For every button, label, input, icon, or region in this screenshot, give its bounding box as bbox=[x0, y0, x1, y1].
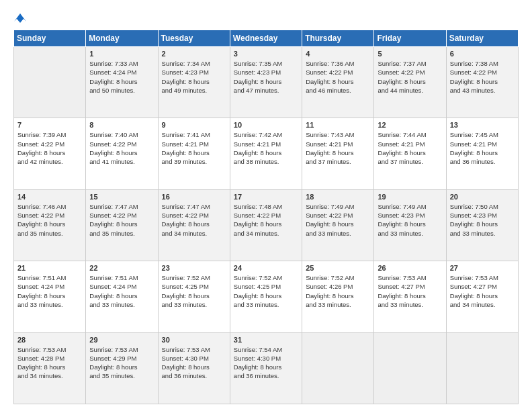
calendar-day-cell: 2Sunrise: 7:34 AM Sunset: 4:23 PM Daylig… bbox=[158, 47, 230, 118]
calendar-day-cell: 4Sunrise: 7:36 AM Sunset: 4:22 PM Daylig… bbox=[302, 47, 374, 118]
calendar-day-header: Tuesday bbox=[158, 30, 230, 47]
page: SundayMondayTuesdayWednesdayThursdayFrid… bbox=[0, 0, 532, 411]
day-info: Sunrise: 7:53 AM Sunset: 4:29 PM Dayligh… bbox=[89, 345, 154, 381]
logo bbox=[13, 12, 26, 24]
header bbox=[13, 12, 519, 24]
day-number: 9 bbox=[162, 121, 226, 129]
day-number: 13 bbox=[450, 121, 515, 129]
day-info: Sunrise: 7:38 AM Sunset: 4:22 PM Dayligh… bbox=[450, 59, 515, 95]
day-number: 12 bbox=[378, 121, 442, 129]
day-info: Sunrise: 7:51 AM Sunset: 4:24 PM Dayligh… bbox=[89, 273, 154, 309]
day-number: 20 bbox=[450, 193, 515, 201]
day-info: Sunrise: 7:34 AM Sunset: 4:23 PM Dayligh… bbox=[162, 59, 226, 95]
day-info: Sunrise: 7:41 AM Sunset: 4:21 PM Dayligh… bbox=[162, 130, 226, 166]
calendar-day-cell: 18Sunrise: 7:49 AM Sunset: 4:22 PM Dayli… bbox=[302, 189, 374, 261]
day-number: 30 bbox=[162, 336, 226, 344]
day-info: Sunrise: 7:52 AM Sunset: 4:25 PM Dayligh… bbox=[234, 273, 298, 309]
calendar-day-cell: 5Sunrise: 7:37 AM Sunset: 4:22 PM Daylig… bbox=[374, 47, 446, 118]
day-info: Sunrise: 7:49 AM Sunset: 4:22 PM Dayligh… bbox=[306, 202, 370, 238]
calendar-day-cell: 20Sunrise: 7:50 AM Sunset: 4:23 PM Dayli… bbox=[446, 189, 518, 261]
day-info: Sunrise: 7:50 AM Sunset: 4:23 PM Dayligh… bbox=[450, 202, 515, 238]
day-info: Sunrise: 7:37 AM Sunset: 4:22 PM Dayligh… bbox=[378, 59, 442, 95]
day-number: 10 bbox=[234, 121, 298, 129]
calendar-day-header: Wednesday bbox=[230, 30, 302, 47]
day-number: 27 bbox=[450, 264, 515, 272]
calendar-day-cell bbox=[302, 332, 374, 404]
day-number: 14 bbox=[17, 193, 82, 201]
day-info: Sunrise: 7:52 AM Sunset: 4:26 PM Dayligh… bbox=[306, 273, 370, 309]
day-number: 23 bbox=[162, 264, 226, 272]
calendar-day-header: Thursday bbox=[302, 30, 374, 47]
calendar-day-cell: 30Sunrise: 7:53 AM Sunset: 4:30 PM Dayli… bbox=[158, 332, 230, 404]
day-number: 19 bbox=[378, 193, 442, 201]
day-number: 16 bbox=[162, 193, 226, 201]
day-info: Sunrise: 7:53 AM Sunset: 4:30 PM Dayligh… bbox=[162, 345, 226, 381]
calendar-day-header: Friday bbox=[374, 30, 446, 47]
calendar-day-cell: 7Sunrise: 7:39 AM Sunset: 4:22 PM Daylig… bbox=[14, 118, 86, 189]
calendar-day-cell: 26Sunrise: 7:53 AM Sunset: 4:27 PM Dayli… bbox=[374, 261, 446, 332]
calendar-week-row: 21Sunrise: 7:51 AM Sunset: 4:24 PM Dayli… bbox=[14, 261, 519, 332]
day-info: Sunrise: 7:46 AM Sunset: 4:22 PM Dayligh… bbox=[17, 202, 82, 238]
day-number: 31 bbox=[234, 336, 298, 344]
calendar-day-cell: 3Sunrise: 7:35 AM Sunset: 4:23 PM Daylig… bbox=[230, 47, 302, 118]
calendar-day-cell: 1Sunrise: 7:33 AM Sunset: 4:24 PM Daylig… bbox=[86, 47, 158, 118]
calendar-day-cell bbox=[446, 332, 518, 404]
day-number: 5 bbox=[378, 50, 442, 58]
calendar-day-cell: 25Sunrise: 7:52 AM Sunset: 4:26 PM Dayli… bbox=[302, 261, 374, 332]
day-number: 25 bbox=[306, 264, 370, 272]
calendar-day-cell bbox=[14, 47, 86, 118]
day-info: Sunrise: 7:48 AM Sunset: 4:22 PM Dayligh… bbox=[234, 202, 298, 238]
calendar-day-cell: 15Sunrise: 7:47 AM Sunset: 4:22 PM Dayli… bbox=[86, 189, 158, 261]
calendar-day-cell: 8Sunrise: 7:40 AM Sunset: 4:22 PM Daylig… bbox=[86, 118, 158, 189]
calendar-day-cell: 27Sunrise: 7:53 AM Sunset: 4:27 PM Dayli… bbox=[446, 261, 518, 332]
day-number: 21 bbox=[17, 264, 82, 272]
calendar-day-cell: 13Sunrise: 7:45 AM Sunset: 4:21 PM Dayli… bbox=[446, 118, 518, 189]
calendar-table: SundayMondayTuesdayWednesdayThursdayFrid… bbox=[13, 30, 519, 404]
day-number: 29 bbox=[89, 336, 154, 344]
day-number: 7 bbox=[17, 121, 82, 129]
day-number: 28 bbox=[17, 336, 82, 344]
day-info: Sunrise: 7:51 AM Sunset: 4:24 PM Dayligh… bbox=[17, 273, 82, 309]
day-info: Sunrise: 7:43 AM Sunset: 4:21 PM Dayligh… bbox=[306, 130, 370, 166]
calendar-day-cell: 21Sunrise: 7:51 AM Sunset: 4:24 PM Dayli… bbox=[14, 261, 86, 332]
day-number: 4 bbox=[306, 50, 370, 58]
day-info: Sunrise: 7:53 AM Sunset: 4:27 PM Dayligh… bbox=[450, 273, 515, 309]
calendar-day-cell: 10Sunrise: 7:42 AM Sunset: 4:21 PM Dayli… bbox=[230, 118, 302, 189]
day-info: Sunrise: 7:47 AM Sunset: 4:22 PM Dayligh… bbox=[89, 202, 154, 238]
calendar-day-cell: 12Sunrise: 7:44 AM Sunset: 4:21 PM Dayli… bbox=[374, 118, 446, 189]
day-number: 17 bbox=[234, 193, 298, 201]
day-number: 3 bbox=[234, 50, 298, 58]
calendar-week-row: 14Sunrise: 7:46 AM Sunset: 4:22 PM Dayli… bbox=[14, 189, 519, 261]
day-info: Sunrise: 7:40 AM Sunset: 4:22 PM Dayligh… bbox=[89, 130, 154, 166]
calendar-day-cell: 16Sunrise: 7:47 AM Sunset: 4:22 PM Dayli… bbox=[158, 189, 230, 261]
calendar-day-cell bbox=[374, 332, 446, 404]
calendar-day-cell: 22Sunrise: 7:51 AM Sunset: 4:24 PM Dayli… bbox=[86, 261, 158, 332]
logo-bird-icon bbox=[14, 12, 26, 24]
day-number: 18 bbox=[306, 193, 370, 201]
day-number: 15 bbox=[89, 193, 154, 201]
calendar-day-cell: 6Sunrise: 7:38 AM Sunset: 4:22 PM Daylig… bbox=[446, 47, 518, 118]
calendar-header-row: SundayMondayTuesdayWednesdayThursdayFrid… bbox=[14, 30, 519, 47]
day-number: 1 bbox=[89, 50, 154, 58]
calendar-week-row: 1Sunrise: 7:33 AM Sunset: 4:24 PM Daylig… bbox=[14, 47, 519, 118]
day-info: Sunrise: 7:42 AM Sunset: 4:21 PM Dayligh… bbox=[234, 130, 298, 166]
calendar-day-cell: 31Sunrise: 7:54 AM Sunset: 4:30 PM Dayli… bbox=[230, 332, 302, 404]
calendar-day-cell: 24Sunrise: 7:52 AM Sunset: 4:25 PM Dayli… bbox=[230, 261, 302, 332]
day-number: 2 bbox=[162, 50, 226, 58]
calendar-week-row: 28Sunrise: 7:53 AM Sunset: 4:28 PM Dayli… bbox=[14, 332, 519, 404]
calendar-week-row: 7Sunrise: 7:39 AM Sunset: 4:22 PM Daylig… bbox=[14, 118, 519, 189]
day-info: Sunrise: 7:45 AM Sunset: 4:21 PM Dayligh… bbox=[450, 130, 515, 166]
calendar-day-cell: 23Sunrise: 7:52 AM Sunset: 4:25 PM Dayli… bbox=[158, 261, 230, 332]
day-info: Sunrise: 7:53 AM Sunset: 4:27 PM Dayligh… bbox=[378, 273, 442, 309]
day-info: Sunrise: 7:52 AM Sunset: 4:25 PM Dayligh… bbox=[162, 273, 226, 309]
svg-marker-0 bbox=[14, 13, 26, 23]
day-number: 8 bbox=[89, 121, 154, 129]
day-info: Sunrise: 7:47 AM Sunset: 4:22 PM Dayligh… bbox=[162, 202, 226, 238]
calendar-day-cell: 14Sunrise: 7:46 AM Sunset: 4:22 PM Dayli… bbox=[14, 189, 86, 261]
day-number: 6 bbox=[450, 50, 515, 58]
day-info: Sunrise: 7:54 AM Sunset: 4:30 PM Dayligh… bbox=[234, 345, 298, 381]
calendar-day-cell: 19Sunrise: 7:49 AM Sunset: 4:23 PM Dayli… bbox=[374, 189, 446, 261]
day-info: Sunrise: 7:36 AM Sunset: 4:22 PM Dayligh… bbox=[306, 59, 370, 95]
calendar-day-header: Sunday bbox=[14, 30, 86, 47]
calendar-day-cell: 29Sunrise: 7:53 AM Sunset: 4:29 PM Dayli… bbox=[86, 332, 158, 404]
